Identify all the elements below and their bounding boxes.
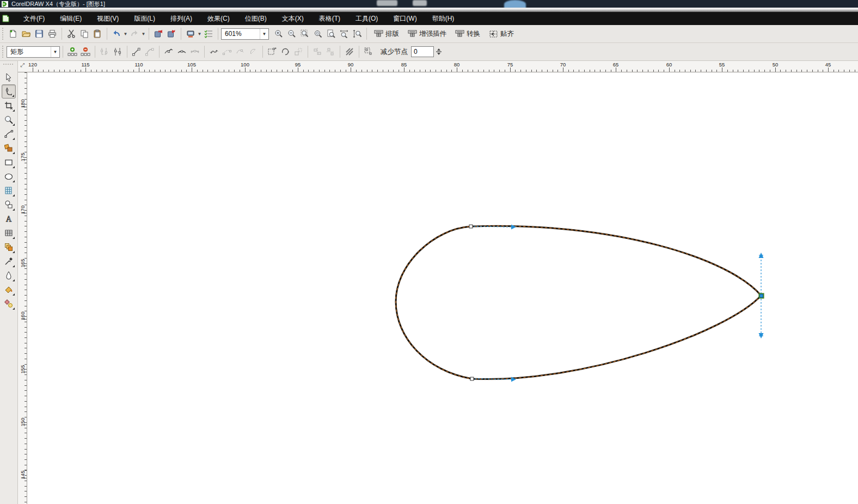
export-icon[interactable]	[165, 27, 178, 40]
drawing-canvas[interactable]	[27, 72, 858, 504]
menu-item-text[interactable]: 文本(X)	[274, 12, 311, 25]
menu-item-edit[interactable]: 编辑(E)	[52, 12, 89, 25]
fill-tool[interactable]	[2, 282, 16, 297]
horizontal-ruler[interactable]: ⤢ 120 115 110 105 100 95 90 85 80 75 70 …	[18, 61, 858, 72]
toolbar-grip[interactable]	[2, 28, 4, 40]
reverse-direction-icon[interactable]	[207, 45, 220, 58]
elastic-mode-icon[interactable]	[343, 45, 356, 58]
zoom-page-icon[interactable]	[324, 27, 338, 40]
graph-paper-tool[interactable]	[2, 183, 16, 198]
add-node-icon[interactable]	[66, 45, 79, 58]
menu-item-tools[interactable]: 工具(O)	[348, 12, 385, 25]
rectangle-tool[interactable]	[2, 155, 16, 169]
redo-dropdown-arrow[interactable]: ▼	[141, 27, 146, 40]
close-curve-icon[interactable]	[247, 45, 260, 58]
shape-preset-combo[interactable]: 矩形 ▼	[7, 46, 60, 58]
menu-item-window[interactable]: 窗口(W)	[385, 12, 424, 25]
reduce-nodes-input[interactable]: 0	[411, 46, 434, 57]
toolbox: A	[0, 61, 18, 504]
freehand-tool[interactable]	[2, 127, 16, 141]
curve-outline[interactable]	[396, 226, 761, 379]
zoom-out-icon[interactable]	[285, 27, 298, 40]
zoom-tool[interactable]	[2, 113, 16, 127]
redo-icon[interactable]	[128, 27, 141, 40]
blend-tool[interactable]	[2, 240, 16, 254]
new-icon[interactable]	[7, 27, 20, 40]
svg-text:A: A	[6, 215, 12, 223]
options-icon[interactable]	[202, 27, 215, 40]
copy-icon[interactable]	[78, 27, 91, 40]
reduce-nodes-stepper[interactable]	[434, 45, 444, 58]
import-icon[interactable]	[152, 27, 165, 40]
menu-item-help[interactable]: 帮助(H)	[425, 12, 462, 25]
app-launcher-dropdown-arrow[interactable]: ▼	[197, 27, 202, 40]
shape-tool[interactable]	[2, 84, 16, 99]
open-icon[interactable]	[20, 27, 33, 40]
table-tool[interactable]	[2, 226, 16, 240]
distribute-nodes-icon[interactable]	[324, 45, 337, 58]
menu-item-arrange[interactable]: 排列(A)	[163, 12, 200, 25]
toolbar-separator	[149, 28, 149, 40]
toolbox-grip[interactable]	[3, 63, 14, 66]
menu-item-layout[interactable]: 版面(L)	[126, 12, 163, 25]
chevron-down-icon[interactable]: ▼	[51, 47, 59, 57]
interactive-fill-tool[interactable]	[2, 297, 16, 311]
plugin-button-convert[interactable]: 转换	[451, 27, 485, 41]
paste-icon[interactable]	[91, 27, 104, 40]
plugin-button-snap[interactable]: 贴齐	[485, 27, 518, 41]
vertical-ruler[interactable]: 180 175 170 165 160 155 150 145	[18, 72, 27, 504]
scale-nodes-icon[interactable]	[292, 45, 305, 58]
propbar-grip[interactable]	[2, 46, 4, 58]
curve-node-selected[interactable]	[759, 293, 764, 298]
text-tool[interactable]: A	[2, 212, 16, 226]
pick-tool[interactable]	[2, 70, 16, 84]
extract-subpath-icon[interactable]	[234, 45, 247, 58]
undo-icon[interactable]	[110, 27, 123, 40]
curve-node[interactable]	[470, 377, 474, 380]
symmetrical-node-icon[interactable]	[188, 45, 201, 58]
smooth-node-icon[interactable]	[175, 45, 188, 58]
app-launcher-icon[interactable]	[184, 27, 197, 40]
join-nodes-icon[interactable]	[98, 45, 111, 58]
chevron-down-icon[interactable]: ▼	[260, 29, 268, 39]
convert-to-line-icon[interactable]	[130, 45, 143, 58]
menu-item-file[interactable]: 文件(F)	[16, 12, 52, 25]
break-curve-icon[interactable]	[111, 45, 124, 58]
eyedropper-tool[interactable]	[2, 254, 16, 268]
convert-to-curve-icon[interactable]	[143, 45, 156, 58]
menu-item-table[interactable]: 表格(T)	[311, 12, 348, 25]
plugin-button-typeset[interactable]: 排版	[370, 27, 403, 41]
select-all-nodes-icon[interactable]	[362, 45, 375, 58]
cusp-node-icon[interactable]	[162, 45, 175, 58]
extend-curve-close-icon[interactable]	[220, 45, 234, 58]
smart-fill-tool[interactable]	[2, 141, 16, 155]
zoom-selected-icon[interactable]	[298, 27, 311, 40]
ellipse-tool[interactable]	[2, 169, 16, 183]
zoom-page-height-icon[interactable]	[351, 27, 364, 40]
zoom-in-icon[interactable]	[272, 27, 285, 40]
hruler-label: 95	[291, 62, 305, 67]
menu-item-bitmaps[interactable]: 位图(B)	[237, 12, 274, 25]
print-icon[interactable]	[46, 27, 59, 40]
save-icon[interactable]	[33, 27, 46, 40]
align-nodes-icon[interactable]	[311, 45, 324, 58]
basic-shapes-tool[interactable]	[2, 198, 16, 212]
curve-object[interactable]	[27, 72, 858, 504]
menu-item-view[interactable]: 视图(V)	[89, 12, 126, 25]
plugin-button-enhance[interactable]: 增强插件	[403, 27, 451, 41]
zoom-all-objects-icon[interactable]	[311, 27, 324, 40]
curve-node[interactable]	[469, 225, 473, 228]
menu-item-effects[interactable]: 效果(C)	[200, 12, 237, 25]
ruler-origin-icon[interactable]: ⤢	[20, 62, 24, 69]
delete-node-icon[interactable]	[79, 45, 92, 58]
convert-icon	[455, 30, 464, 38]
hruler-label: 60	[662, 62, 676, 67]
outline-pen-tool[interactable]	[2, 268, 16, 282]
zoom-page-width-icon[interactable]	[338, 27, 351, 40]
cut-icon[interactable]	[65, 27, 78, 40]
undo-dropdown-arrow[interactable]: ▼	[123, 27, 128, 40]
rotate-skew-nodes-icon[interactable]	[279, 45, 292, 58]
stretch-nodes-icon[interactable]	[266, 45, 279, 58]
crop-tool[interactable]	[2, 99, 16, 113]
zoom-level-combo[interactable]: 601% ▼	[221, 28, 269, 40]
